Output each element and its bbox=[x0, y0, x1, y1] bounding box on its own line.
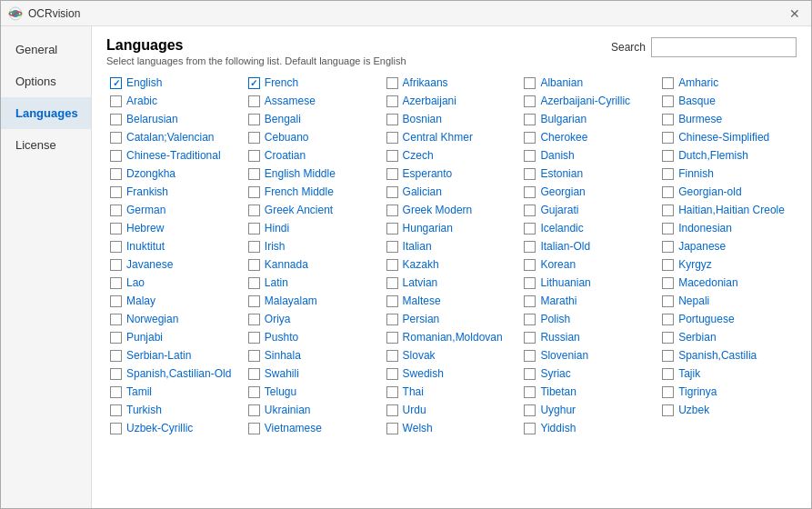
language-item[interactable]: Czech bbox=[383, 146, 521, 165]
language-checkbox[interactable] bbox=[110, 295, 122, 307]
language-checkbox[interactable] bbox=[248, 114, 260, 125]
language-item[interactable]: Croatian bbox=[245, 146, 383, 165]
language-item[interactable]: Bosnian bbox=[383, 110, 521, 128]
language-item[interactable]: French Middle bbox=[245, 183, 383, 201]
language-checkbox[interactable] bbox=[386, 368, 398, 380]
language-item[interactable]: Greek Modern bbox=[383, 201, 521, 219]
language-checkbox[interactable] bbox=[386, 314, 398, 325]
language-item[interactable]: Indonesian bbox=[658, 219, 797, 237]
language-checkbox[interactable] bbox=[662, 205, 674, 216]
language-checkbox[interactable] bbox=[662, 386, 674, 398]
language-checkbox[interactable] bbox=[110, 386, 122, 398]
language-checkbox[interactable] bbox=[662, 277, 674, 289]
language-item[interactable]: German bbox=[106, 201, 245, 219]
language-item[interactable]: Bengali bbox=[245, 110, 383, 128]
language-checkbox[interactable] bbox=[386, 186, 398, 198]
language-item[interactable]: Basque bbox=[658, 92, 797, 110]
language-item[interactable]: Slovak bbox=[383, 346, 521, 364]
language-item[interactable]: Cherokee bbox=[520, 128, 658, 146]
language-checkbox[interactable] bbox=[662, 314, 674, 325]
language-item[interactable]: Syriac bbox=[520, 364, 658, 383]
language-checkbox[interactable] bbox=[524, 95, 536, 107]
language-checkbox[interactable] bbox=[524, 386, 536, 398]
language-item[interactable]: Tigrinya bbox=[658, 383, 797, 401]
language-checkbox[interactable] bbox=[110, 350, 122, 362]
sidebar-item-general[interactable]: General bbox=[1, 34, 91, 65]
language-checkbox[interactable] bbox=[662, 186, 674, 198]
language-item[interactable]: Polish bbox=[520, 310, 658, 328]
language-item[interactable]: Ukrainian bbox=[245, 401, 383, 419]
language-item[interactable]: Inuktitut bbox=[106, 237, 245, 255]
language-item[interactable]: Gujarati bbox=[520, 201, 658, 219]
language-item[interactable]: Spanish,Castilian-Old bbox=[106, 364, 245, 383]
language-item[interactable]: Punjabi bbox=[106, 328, 245, 346]
language-item[interactable]: Swedish bbox=[383, 364, 521, 383]
language-item[interactable]: Dzongkha bbox=[106, 165, 245, 183]
language-checkbox[interactable] bbox=[248, 241, 260, 253]
language-item[interactable]: Icelandic bbox=[520, 219, 658, 237]
language-item[interactable]: Spanish,Castilia bbox=[658, 346, 797, 364]
language-item[interactable]: Latvian bbox=[383, 274, 521, 292]
language-item[interactable]: Finnish bbox=[658, 165, 797, 183]
language-item[interactable]: Arabic bbox=[106, 92, 245, 110]
language-item[interactable]: Chinese-Simplified bbox=[658, 128, 797, 146]
sidebar-item-license[interactable]: License bbox=[1, 129, 91, 161]
language-item[interactable]: Yiddish bbox=[520, 419, 658, 437]
language-item[interactable]: Kazakh bbox=[383, 255, 521, 274]
language-checkbox[interactable] bbox=[524, 314, 536, 325]
language-checkbox[interactable] bbox=[524, 423, 536, 434]
language-checkbox[interactable] bbox=[248, 423, 260, 434]
search-input[interactable] bbox=[651, 37, 797, 57]
language-item[interactable]: Uzbek-Cyrillic bbox=[106, 419, 245, 437]
language-checkbox[interactable] bbox=[524, 295, 536, 307]
language-checkbox[interactable] bbox=[110, 168, 122, 180]
language-item[interactable]: Persian bbox=[383, 310, 521, 328]
language-checkbox[interactable] bbox=[386, 404, 398, 416]
language-checkbox[interactable] bbox=[386, 95, 398, 107]
language-item[interactable]: Norwegian bbox=[106, 310, 245, 328]
language-item[interactable]: Sinhala bbox=[245, 346, 383, 364]
language-checkbox[interactable] bbox=[110, 205, 122, 216]
language-item[interactable]: English Middle bbox=[245, 165, 383, 183]
language-checkbox[interactable] bbox=[248, 168, 260, 180]
language-item[interactable]: Latin bbox=[245, 274, 383, 292]
language-item[interactable]: Lao bbox=[106, 274, 245, 292]
language-checkbox[interactable] bbox=[248, 150, 260, 162]
language-checkbox[interactable] bbox=[662, 350, 674, 362]
language-item[interactable]: Danish bbox=[520, 146, 658, 165]
language-item[interactable]: Tajik bbox=[658, 364, 797, 383]
language-checkbox[interactable] bbox=[524, 150, 536, 162]
sidebar-item-languages[interactable]: Languages bbox=[1, 97, 91, 129]
language-checkbox[interactable] bbox=[524, 368, 536, 380]
language-checkbox[interactable] bbox=[662, 241, 674, 253]
close-button[interactable]: ✕ bbox=[786, 5, 804, 23]
language-item[interactable]: Irish bbox=[245, 237, 383, 255]
language-checkbox[interactable] bbox=[662, 368, 674, 380]
language-item[interactable]: Oriya bbox=[245, 310, 383, 328]
language-item[interactable]: French bbox=[245, 74, 383, 92]
language-checkbox[interactable] bbox=[662, 168, 674, 180]
language-item[interactable]: Chinese-Traditional bbox=[106, 146, 245, 165]
language-item[interactable]: Romanian,Moldovan bbox=[383, 328, 521, 346]
language-checkbox[interactable] bbox=[110, 150, 122, 162]
language-checkbox[interactable] bbox=[110, 241, 122, 253]
language-checkbox[interactable] bbox=[524, 205, 536, 216]
language-checkbox[interactable] bbox=[248, 259, 260, 271]
language-item[interactable]: Urdu bbox=[383, 401, 521, 419]
language-checkbox[interactable] bbox=[386, 259, 398, 271]
language-item[interactable]: Burmese bbox=[658, 110, 797, 128]
language-checkbox[interactable] bbox=[524, 114, 536, 125]
language-item[interactable]: Kyrgyz bbox=[658, 255, 797, 274]
language-checkbox[interactable] bbox=[662, 404, 674, 416]
language-item[interactable]: Turkish bbox=[106, 401, 245, 419]
sidebar-item-options[interactable]: Options bbox=[1, 65, 91, 97]
language-item[interactable]: Swahili bbox=[245, 364, 383, 383]
language-item[interactable]: Portuguese bbox=[658, 310, 797, 328]
language-item[interactable]: Thai bbox=[383, 383, 521, 401]
language-checkbox[interactable] bbox=[110, 223, 122, 235]
language-checkbox[interactable] bbox=[110, 314, 122, 325]
language-item[interactable]: Nepali bbox=[658, 292, 797, 310]
language-checkbox[interactable] bbox=[386, 423, 398, 434]
language-checkbox[interactable] bbox=[386, 132, 398, 144]
language-item[interactable]: Slovenian bbox=[520, 346, 658, 364]
